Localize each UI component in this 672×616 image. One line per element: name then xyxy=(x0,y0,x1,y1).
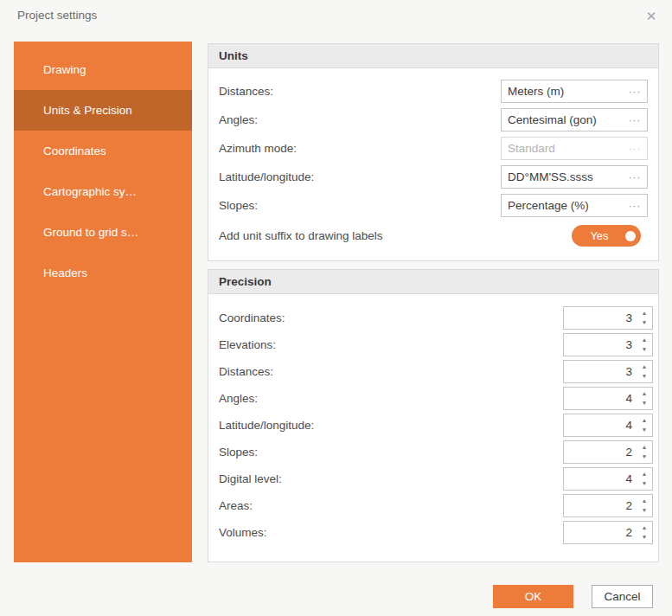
unit-field-row-slopes: Slopes: Percentage (%) ··· xyxy=(219,194,648,217)
dropdown-value: Centesimal (gon) xyxy=(508,113,597,126)
stepper-value[interactable]: 4 xyxy=(564,472,638,485)
sidebar: Drawing Units & Precision Coordinates Ca… xyxy=(14,42,192,562)
number-stepper[interactable]: 3 ▲ ▼ xyxy=(563,306,653,330)
field-label: Angles: xyxy=(219,113,258,126)
spin-up-icon[interactable]: ▲ xyxy=(642,391,647,397)
sidebar-item-label: Ground to grid s… xyxy=(43,226,138,239)
precision-group-title: Precision xyxy=(208,270,658,294)
spin-down-icon[interactable]: ▼ xyxy=(642,454,647,460)
stepper-value[interactable]: 3 xyxy=(564,365,638,378)
number-stepper[interactable]: 4 ▲ ▼ xyxy=(563,387,653,410)
field-label: Azimuth mode: xyxy=(219,142,297,155)
number-stepper[interactable]: 2 ▲ ▼ xyxy=(563,440,653,464)
sidebar-item-ground-to-grid[interactable]: Ground to grid s… xyxy=(14,212,192,253)
spin-down-icon[interactable]: ▼ xyxy=(642,481,647,487)
number-stepper[interactable]: 2 ▲ ▼ xyxy=(563,494,653,517)
unit-field-row-azimuth-mode: Azimuth mode: Standard ··· xyxy=(219,137,648,160)
spinner: ▲ ▼ xyxy=(638,414,652,436)
dropdown-field[interactable]: DD°MM'SS.ssss ··· xyxy=(501,165,648,189)
stepper-value[interactable]: 4 xyxy=(564,392,638,405)
precision-field-row-distances: Distances: 3 ▲ ▼ xyxy=(219,360,653,383)
toggle-value: Yes xyxy=(590,229,608,242)
field-label: Distances: xyxy=(219,85,273,98)
stepper-value[interactable]: 2 xyxy=(564,446,638,459)
precision-field-row-latitude-longitude: Latitude/longitude: 4 ▲ ▼ xyxy=(219,414,653,437)
toggle-label: Add unit suffix to drawing labels xyxy=(219,229,383,242)
field-label: Slopes: xyxy=(219,199,258,212)
unit-field-row-distances: Distances: Meters (m) ··· xyxy=(219,80,648,103)
dropdown-value: DD°MM'SS.ssss xyxy=(508,170,593,183)
number-stepper[interactable]: 3 ▲ ▼ xyxy=(563,333,653,356)
stepper-value[interactable]: 3 xyxy=(564,311,638,324)
dropdown-field[interactable]: Standard ··· xyxy=(501,137,648,160)
spinner: ▲ ▼ xyxy=(638,307,652,329)
spin-up-icon[interactable]: ▲ xyxy=(642,364,647,370)
settings-panel: Units Distances: Meters (m) ··· Angles: … xyxy=(208,43,659,562)
spin-up-icon[interactable]: ▲ xyxy=(642,498,647,504)
spin-down-icon[interactable]: ▼ xyxy=(642,347,647,353)
stepper-value[interactable]: 4 xyxy=(564,419,638,432)
spin-down-icon[interactable]: ▼ xyxy=(642,508,647,514)
spin-down-icon[interactable]: ▼ xyxy=(642,401,647,407)
field-label: Angles: xyxy=(219,392,258,405)
precision-field-row-elevations: Elevations: 3 ▲ ▼ xyxy=(219,333,653,356)
spinner: ▲ ▼ xyxy=(638,334,652,356)
ellipsis-icon[interactable]: ··· xyxy=(629,113,642,126)
spin-up-icon[interactable]: ▲ xyxy=(642,311,647,317)
spin-up-icon[interactable]: ▲ xyxy=(642,418,647,424)
spin-down-icon[interactable]: ▼ xyxy=(642,535,647,541)
sidebar-item-label: Cartographic sy… xyxy=(43,185,137,198)
field-label: Distances: xyxy=(219,365,273,378)
ellipsis-icon[interactable]: ··· xyxy=(629,142,642,155)
ellipsis-icon[interactable]: ··· xyxy=(629,170,642,183)
sidebar-item-units-precision[interactable]: Units & Precision xyxy=(14,90,192,131)
field-label: Latitude/longitude: xyxy=(219,419,314,432)
units-group: Units Distances: Meters (m) ··· Angles: … xyxy=(208,43,659,261)
stepper-value[interactable]: 2 xyxy=(564,499,638,512)
ok-button[interactable]: OK xyxy=(493,585,573,608)
unit-suffix-toggle[interactable]: Yes xyxy=(572,225,641,247)
stepper-value[interactable]: 2 xyxy=(564,526,638,539)
sidebar-item-coordinates[interactable]: Coordinates xyxy=(14,131,192,171)
dropdown-field[interactable]: Centesimal (gon) ··· xyxy=(501,108,648,132)
sidebar-item-headers[interactable]: Headers xyxy=(14,253,192,293)
units-group-title: Units xyxy=(208,44,658,68)
spin-up-icon[interactable]: ▲ xyxy=(642,472,647,478)
spin-down-icon[interactable]: ▼ xyxy=(642,320,647,326)
number-stepper[interactable]: 4 ▲ ▼ xyxy=(563,467,653,491)
spin-down-icon[interactable]: ▼ xyxy=(642,374,647,380)
number-stepper[interactable]: 2 ▲ ▼ xyxy=(563,521,653,544)
spin-up-icon[interactable]: ▲ xyxy=(642,525,647,531)
field-label: Digital level: xyxy=(219,472,282,485)
number-stepper[interactable]: 4 ▲ ▼ xyxy=(563,414,653,437)
sidebar-item-label: Headers xyxy=(43,266,87,279)
ellipsis-icon[interactable]: ··· xyxy=(629,199,642,212)
sidebar-item-cartographic-systems[interactable]: Cartographic sy… xyxy=(14,171,192,212)
field-label: Coordinates: xyxy=(219,311,285,324)
precision-field-row-angles: Angles: 4 ▲ ▼ xyxy=(219,387,653,410)
stepper-value[interactable]: 3 xyxy=(564,338,638,351)
spin-up-icon[interactable]: ▲ xyxy=(642,337,647,343)
dropdown-field[interactable]: Meters (m) ··· xyxy=(501,80,648,103)
dialog-title: Project settings xyxy=(17,9,97,22)
dropdown-value: Standard xyxy=(508,142,555,155)
field-label: Elevations: xyxy=(219,338,276,351)
field-label: Volumes: xyxy=(219,526,267,539)
ellipsis-icon[interactable]: ··· xyxy=(629,85,642,98)
spin-down-icon[interactable]: ▼ xyxy=(642,427,647,433)
precision-group: Precision Coordinates: 3 ▲ ▼ Elevations:… xyxy=(208,269,659,562)
sidebar-item-drawing[interactable]: Drawing xyxy=(14,49,192,90)
precision-field-row-volumes: Volumes: 2 ▲ ▼ xyxy=(219,521,653,544)
cancel-button[interactable]: Cancel xyxy=(592,585,653,608)
spinner: ▲ ▼ xyxy=(638,361,652,382)
dropdown-field[interactable]: Percentage (%) ··· xyxy=(501,194,648,217)
spin-up-icon[interactable]: ▲ xyxy=(642,445,647,451)
sidebar-item-label: Drawing xyxy=(43,63,86,76)
project-settings-dialog: Project settings ✕ Drawing Units & Preci… xyxy=(0,0,672,616)
sidebar-item-label: Coordinates xyxy=(43,144,106,157)
dropdown-value: Percentage (%) xyxy=(508,199,589,212)
precision-field-row-coordinates: Coordinates: 3 ▲ ▼ xyxy=(219,306,653,330)
unit-field-row-latitude-longitude: Latitude/longitude: DD°MM'SS.ssss ··· xyxy=(219,165,648,189)
close-icon[interactable]: ✕ xyxy=(641,6,662,27)
number-stepper[interactable]: 3 ▲ ▼ xyxy=(563,360,653,383)
